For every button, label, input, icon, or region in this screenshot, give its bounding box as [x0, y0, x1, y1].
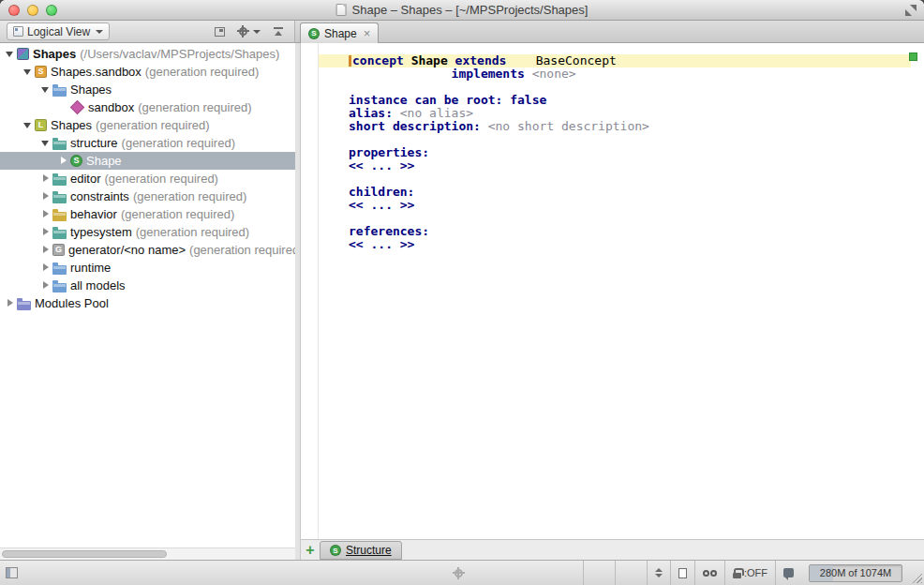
tree-item-editor[interactable]: editor(generation required) — [0, 170, 295, 188]
code-token: << ... >> — [349, 237, 414, 251]
badge-icon: L — [35, 119, 47, 131]
editor-line[interactable]: concept Shape extends BaseConcept — [319, 54, 911, 68]
editor-line[interactable]: children: — [319, 186, 911, 199]
folder-icon — [52, 176, 67, 186]
editor-lines[interactable]: concept Shape extends BaseConcept implem… — [319, 43, 924, 539]
close-tab-icon[interactable]: × — [364, 27, 371, 39]
code-token: BaseConcept — [536, 53, 617, 68]
editor-line[interactable]: alias: <no alias> — [319, 107, 911, 120]
expand-toggle-icon[interactable] — [39, 205, 52, 223]
expand-toggle-icon[interactable] — [39, 188, 52, 205]
tree-item-label: typesystem — [70, 225, 132, 239]
settings-button[interactable] — [237, 25, 261, 38]
expand-toggle-icon[interactable] — [4, 294, 17, 312]
project-icon — [17, 48, 29, 60]
code-token: alias: — [349, 106, 393, 120]
code-token: << ... >> — [349, 158, 414, 172]
project-panel: Shapes(/Users/vaclav/MPSProjects/Shapes)… — [0, 43, 295, 560]
editor-area: concept Shape extends BaseConcept implem… — [301, 43, 924, 560]
tree-item-sandbox[interactable]: sandbox(generation required) — [0, 98, 295, 116]
expand-toggle-icon[interactable] — [4, 45, 17, 63]
editor-line[interactable] — [319, 133, 911, 146]
code-token: extends — [455, 53, 507, 68]
view-selector[interactable]: Logical View — [7, 22, 110, 40]
tree-item-structure[interactable]: structure(generation required) — [0, 134, 295, 152]
toolwindow-toggle-icon[interactable] — [6, 567, 18, 578]
tree-item-shapes[interactable]: LShapes(generation required) — [0, 116, 295, 134]
structure-aspect-icon: S — [330, 545, 341, 556]
tree-item-suffix: (generation required) — [145, 65, 259, 79]
tree-item-typesystem[interactable]: typesystem(generation required) — [0, 223, 295, 241]
tree-item-behavior[interactable]: behavior(generation required) — [0, 205, 295, 223]
project-tree: Shapes(/Users/vaclav/MPSProjects/Shapes)… — [0, 43, 295, 312]
file-widget[interactable] — [670, 561, 694, 585]
expand-toggle-icon[interactable] — [22, 63, 35, 81]
collapse-all-icon[interactable] — [273, 26, 284, 38]
tree-item-shapes[interactable]: Shapes — [0, 81, 295, 98]
code-token: <no alias> — [400, 106, 473, 120]
window-title: Shape – Shapes – [~/MPSProjects/Shapes] — [352, 3, 589, 17]
zoom-window-button[interactable] — [46, 5, 57, 16]
editor-line[interactable]: << ... >> — [319, 238, 911, 251]
statusbar-cell — [615, 561, 647, 585]
scrollbar-thumb[interactable] — [2, 550, 167, 558]
navigate-widget[interactable] — [647, 561, 670, 585]
folder-icon — [52, 230, 67, 239]
tree-item-all-models[interactable]: all models — [0, 277, 295, 294]
highlighting-toggle[interactable]: :OFF — [724, 561, 775, 585]
expand-toggle-icon[interactable] — [39, 241, 52, 259]
editor-line[interactable] — [319, 172, 911, 186]
expand-toggle-icon[interactable] — [39, 277, 52, 294]
glasses-icon — [703, 570, 717, 577]
editor-line[interactable]: << ... >> — [319, 159, 911, 172]
close-window-button[interactable] — [8, 5, 20, 16]
minimize-window-button[interactable] — [27, 5, 38, 16]
badge-icon: S — [35, 66, 47, 78]
editor-line[interactable]: implements <none> — [319, 68, 911, 81]
view-selector-label: Logical View — [27, 25, 90, 38]
tree-item-modules-pool[interactable]: Modules Pool — [0, 294, 295, 312]
editor-tab-shape[interactable]: S Shape × — [300, 22, 379, 43]
expand-toggle-icon[interactable] — [22, 116, 35, 134]
float-window-icon[interactable] — [215, 27, 225, 37]
add-aspect-button[interactable]: + — [301, 541, 320, 560]
tree-item-runtime[interactable]: runtime — [0, 259, 295, 277]
tree-item-suffix: (generation required) — [133, 189, 246, 203]
memory-label: 280M of 1074M — [820, 567, 891, 578]
tree-item-shapes-sandbox[interactable]: SShapes.sandbox(generation required) — [0, 63, 295, 81]
editor-line[interactable]: properties: — [319, 146, 911, 159]
badge-icon: G — [52, 244, 65, 256]
aspect-tab-structure[interactable]: S Structure — [320, 541, 402, 560]
page-icon — [678, 568, 687, 578]
tree-item-label: runtime — [70, 261, 111, 275]
resize-grip[interactable] — [910, 571, 922, 583]
expand-toggle-icon[interactable] — [39, 81, 52, 98]
fullscreen-icon[interactable] — [905, 5, 917, 16]
folder-icon — [52, 212, 67, 221]
folder-icon — [17, 301, 31, 310]
statusbar-widgets: :OFF 280M of 1074M — [583, 561, 924, 585]
editor-line[interactable]: references: — [319, 225, 911, 238]
tree-item-constraints[interactable]: constraints(generation required) — [0, 188, 295, 205]
panel-header-buttons — [215, 25, 288, 38]
tree-item-generator-no-name-[interactable]: Ggenerator/<no name>(generation required… — [0, 241, 295, 259]
expand-toggle-icon[interactable] — [57, 152, 70, 170]
expand-toggle-icon[interactable] — [39, 223, 52, 241]
expand-toggle-icon[interactable] — [39, 170, 52, 188]
editor-line[interactable] — [319, 81, 911, 94]
editor-line[interactable]: short description: <no short description… — [319, 120, 911, 133]
lock-icon — [733, 568, 741, 578]
horizontal-scrollbar[interactable] — [0, 548, 295, 560]
expand-toggle-icon[interactable] — [39, 259, 52, 277]
tree-item-shape[interactable]: SShape — [0, 152, 295, 170]
memory-indicator[interactable]: 280M of 1074M — [809, 564, 902, 582]
editor-line[interactable]: instance can be root: false — [319, 94, 911, 107]
readonly-toggle[interactable] — [694, 561, 724, 585]
title-group: Shape – Shapes – [~/MPSProjects/Shapes] — [336, 3, 589, 17]
tree-item-shapes[interactable]: Shapes(/Users/vaclav/MPSProjects/Shapes) — [0, 45, 295, 63]
expand-toggle-icon[interactable] — [39, 134, 52, 152]
editor-line[interactable] — [319, 212, 911, 225]
tree-item-label: Shapes.sandbox — [51, 65, 142, 79]
notifications-widget[interactable] — [775, 561, 801, 585]
editor-line[interactable]: << ... >> — [319, 199, 911, 212]
